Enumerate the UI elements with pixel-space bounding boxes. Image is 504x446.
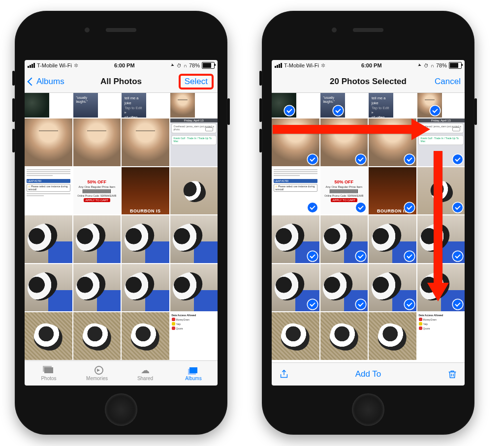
photo-thumb[interactable] <box>73 312 121 360</box>
photo-thumb[interactable]: "usually laughs." <box>320 93 345 118</box>
photo-thumb[interactable] <box>122 119 169 166</box>
photo-thumb[interactable] <box>170 264 218 312</box>
headphones-icon: ∩ <box>431 63 434 68</box>
photo-thumb[interactable] <box>320 264 368 312</box>
photo-thumb[interactable] <box>369 312 416 360</box>
tab-bar: Photos Memories Shared Albums <box>25 360 218 386</box>
carrier-label: T-Mobile Wi-Fi <box>284 62 319 68</box>
thumb-text: 50% OFF <box>87 179 106 184</box>
select-button[interactable]: Select <box>179 74 214 89</box>
photo-thumb[interactable] <box>25 215 72 263</box>
selected-check-icon <box>308 299 317 309</box>
trash-button[interactable] <box>447 368 458 380</box>
photo-thumb[interactable]: LEAP #1700 Please select use instance du… <box>272 167 319 215</box>
photo-thumb[interactable] <box>272 264 319 312</box>
tab-label: Memories <box>86 376 108 381</box>
selected-check-icon <box>308 203 317 212</box>
signal-icon <box>275 63 282 68</box>
cancel-button[interactable]: Cancel <box>435 77 461 87</box>
thumb-text: Any One Regular Price Item <box>78 185 115 188</box>
photo-thumb[interactable]: Data Access Allowed MoneyGram Yelp Quora <box>417 312 465 360</box>
home-button[interactable] <box>352 393 384 426</box>
selected-check-icon <box>453 203 463 212</box>
tab-shared[interactable]: Shared <box>121 361 169 386</box>
carrier-label: T-Mobile Wi-Fi <box>37 62 72 68</box>
photo-thumb[interactable] <box>417 93 442 118</box>
photo-thumb[interactable]: BOURBON IS <box>369 167 416 215</box>
photo-thumb[interactable] <box>272 93 296 118</box>
photo-thumb[interactable] <box>73 215 121 263</box>
trash-icon <box>447 368 458 380</box>
cancel-label: Cancel <box>435 77 461 87</box>
photo-thumb[interactable] <box>369 215 416 263</box>
cloud-icon <box>139 366 151 375</box>
alarm-icon: ⏱ <box>424 63 429 68</box>
photo-thumb[interactable] <box>369 119 416 166</box>
photo-thumb[interactable]: "usually laughs." <box>73 93 98 118</box>
photo-thumb[interactable] <box>320 312 368 360</box>
photo-thumb[interactable] <box>25 119 72 166</box>
photo-thumb[interactable] <box>25 93 49 118</box>
tab-albums[interactable]: Albums <box>169 361 218 386</box>
photo-thumb[interactable] <box>122 312 169 360</box>
photo-thumb[interactable]: 50% OFF Any One Regular Price Item Onlin… <box>73 167 121 215</box>
photo-thumb[interactable]: tell me a joke Tap to Edit ▸ n't often t… <box>369 93 393 118</box>
selected-check-icon <box>453 251 463 261</box>
photo-thumb[interactable] <box>170 167 218 215</box>
photo-grid[interactable]: "usually laughs." tell me a joke Tap to … <box>25 93 218 360</box>
photo-thumb[interactable] <box>170 93 195 118</box>
photo-thumb[interactable] <box>73 119 121 166</box>
photo-thumb[interactable]: Friday, April 13 Overheard: jenna_stern … <box>417 119 465 166</box>
spinner-icon: ✲ <box>74 62 78 69</box>
home-button[interactable] <box>105 393 137 426</box>
photo-thumb[interactable] <box>122 264 169 312</box>
tab-memories[interactable]: Memories <box>73 361 121 386</box>
photo-thumb[interactable] <box>272 312 319 360</box>
photo-thumb[interactable]: Data Access Allowed MoneyGram Yelp Quora <box>170 312 218 360</box>
photo-grid-selected[interactable]: "usually laughs." tell me a joke Tap to … <box>272 93 465 362</box>
photo-thumb[interactable] <box>369 264 416 312</box>
status-time: 6:00 PM <box>78 62 171 68</box>
photo-thumb[interactable] <box>122 215 169 263</box>
thumb-text: Friday, April 13 <box>170 119 218 122</box>
selected-check-icon <box>333 106 343 116</box>
photo-thumb[interactable]: BOURBON IS <box>122 167 169 215</box>
photo-thumb[interactable]: LEAP #1700 Please select use instance du… <box>25 167 72 215</box>
photo-thumb[interactable] <box>417 167 465 215</box>
selected-check-icon <box>405 251 414 261</box>
tab-photos[interactable]: Photos <box>25 361 73 386</box>
albums-icon <box>188 366 199 375</box>
photo-thumb[interactable] <box>25 264 72 312</box>
photo-thumb[interactable] <box>73 264 121 312</box>
add-to-button[interactable]: Add To <box>289 369 447 379</box>
photo-thumb[interactable] <box>417 264 465 312</box>
photo-thumb[interactable] <box>25 312 72 360</box>
selected-check-icon <box>405 154 414 164</box>
photo-thumb[interactable]: 50% OFF Any One Regular Price Item Onlin… <box>320 167 368 215</box>
photo-thumb[interactable] <box>272 215 319 263</box>
add-to-label: Add To <box>355 369 381 379</box>
chevron-left-icon <box>28 78 36 86</box>
selected-check-icon <box>453 299 463 309</box>
thumb-text: usually laughs. <box>76 96 88 103</box>
thumb-text: n't often tell Dad jokes. <box>125 115 137 118</box>
photo-thumb[interactable] <box>417 215 465 263</box>
tab-label: Shared <box>137 376 153 381</box>
share-button[interactable] <box>279 368 289 380</box>
photo-thumb[interactable] <box>320 215 368 263</box>
back-label: Albums <box>36 77 64 87</box>
photo-thumb[interactable] <box>320 119 368 166</box>
photo-thumb[interactable]: Friday, April 13 Overheard: jenna_stern … <box>170 119 218 166</box>
photo-thumb[interactable] <box>170 215 218 263</box>
status-left: T-Mobile Wi-Fi ✲ <box>28 62 78 69</box>
selected-check-icon <box>405 299 414 309</box>
action-bar: Add To <box>272 362 465 386</box>
selected-check-icon <box>356 299 366 309</box>
share-icon <box>279 368 289 380</box>
selected-check-icon <box>356 251 366 261</box>
selected-check-icon <box>453 154 463 164</box>
photo-thumb[interactable]: tell me a joke Tap to Edit ▸ n't often t… <box>122 93 146 118</box>
back-button[interactable]: Albums <box>29 77 64 87</box>
thumb-text: Data Access Allowed <box>172 314 217 317</box>
photo-thumb[interactable] <box>272 119 319 166</box>
